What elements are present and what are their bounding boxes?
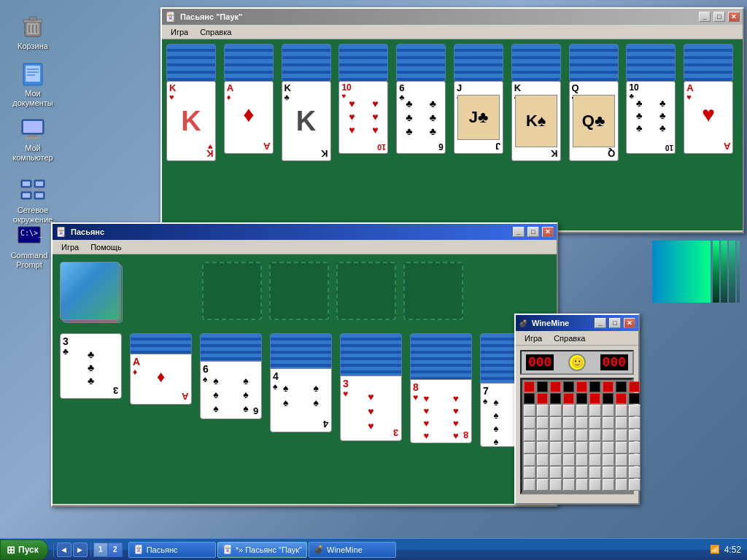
solitaire-menu-game[interactable]: Игра [55,241,85,253]
spider-col-9: 10♣ ♣♣ ♣♣ ♣♣ 10 [626,44,681,226]
taskbar-divider-2 [90,542,91,557]
mine-grid [520,378,634,494]
svg-rect-14 [28,135,38,137]
svg-rect-17 [23,182,30,186]
mine-score-row: 000 🙂 000 [520,350,634,375]
spider-col-8: Q♣ Q Q♣ [569,44,624,226]
sol-card-3-heart[interactable]: 3 ♥ ♥ ♥ ♥ 3 [340,376,402,441]
spider-titlebar[interactable]: 🃏 Пасьянс "Паук" _ □ ✕ [162,9,743,25]
spider-game-area: K♥ K ♥ K A♦ A ♦ K♣ K [162,39,743,230]
sol-card-3c[interactable]: 3 ♣ ♣ ♣ ♣ 3 [60,333,122,399]
taskbar-time: 4:52 [724,545,741,555]
spider-title: Пасьянс "Паук" [180,12,696,21]
winemine-area: 000 🙂 000 [516,346,638,499]
my-computer-icon[interactable]: Мой компьютер [7,113,58,166]
mine-smiley-btn[interactable]: 🙂 [568,354,586,371]
winemine-close-btn[interactable]: ✕ [624,318,635,328]
sol-placeholder-3[interactable] [336,262,396,320]
solitaire-menubar: Игра Помощь [53,240,557,254]
recycle-bin-icon[interactable]: Корзина [7,11,58,54]
my-computer-label: Мой компьютер [10,144,55,163]
sol-card-8-heart[interactable]: 8 ♥ ♥♥ ♥♥ ♥♥ ♥♥ 8 [410,379,472,443]
solitaire-maximize-btn[interactable]: □ [527,227,539,237]
winemine-titlebar[interactable]: 💣 WineMine _ □ ✕ [516,315,638,331]
svg-rect-32 [721,241,727,303]
taskbar-spider-btn[interactable]: 🃏 *» Пасьянс "Паук" [217,542,307,558]
spider-col-1: K♥ K ♥ K [166,44,221,226]
sol-col-2: A ♦ ♦ A [130,333,194,405]
spider-col-10: A♥ A ♥ [684,44,738,226]
spider-col-5: 6♣ ♣♣ ♣♣ ♣♣ 6 [396,44,451,226]
solitaire-menu-help[interactable]: Помощь [85,241,128,253]
winemine-window: 💣 WineMine _ □ ✕ Игра Справка 000 🙂 000 [514,314,640,505]
sol-col-1: 3 ♣ ♣ ♣ ♣ 3 [60,333,124,399]
solitaire-minimize-btn[interactable]: _ [513,227,525,237]
sol-col-3: 6 ♠ ♠♠ ♠♠ ♠♠ 6 [200,333,264,419]
winemine-menu-help[interactable]: Справка [548,332,591,344]
command-prompt-label: Command Prompt [7,251,52,270]
spider-menu-help[interactable]: Справка [194,26,237,38]
my-documents-label: Мои документы [10,89,55,108]
svg-rect-31 [713,241,719,303]
sol-card-a-diamond[interactable]: A ♦ ♦ A [130,354,192,405]
mine-score-right: 000 [600,354,628,370]
svg-rect-33 [729,241,735,303]
sol-card-4-spade[interactable]: 4 ♠ ♠♠ ♠♠ 4 [270,368,332,432]
taskbar-solitaire-btn[interactable]: 🃏 Пасьянс [128,542,216,558]
spider-col-7: K♠ K K♠ [511,44,566,226]
sol-top-row [60,262,549,326]
spider-minimize-btn[interactable]: _ [699,12,711,22]
spider-maximize-btn[interactable]: □ [713,12,725,22]
solitaire-window: 🃏 Пасьянс _ □ ✕ Игра Помощь [51,222,558,507]
sol-col-4: 4 ♠ ♠♠ ♠♠ 4 [270,333,334,432]
spider-col-4: 10♥ ♥♥ ♥♥ ♥♥ 10 [338,44,393,226]
taskbar-winemine-btn[interactable]: 💣 WineMine [309,542,396,558]
svg-rect-15 [25,137,41,139]
solitaire-close-btn[interactable]: ✕ [542,227,554,237]
svg-rect-21 [23,193,30,198]
solitaire-game-area: 3 ♣ ♣ ♣ ♣ 3 A ♦ ♦ [53,254,557,504]
solitaire-titlebar[interactable]: 🃏 Пасьянс _ □ ✕ [53,224,557,240]
sol-placeholder-4[interactable] [403,262,463,320]
taskbar-back-btn[interactable]: ◀ [57,542,71,557]
sol-placeholder-2[interactable] [269,262,329,320]
winemine-minimize-btn[interactable]: _ [595,318,606,328]
spider-menu-game[interactable]: Игра [165,26,194,38]
svg-rect-23 [36,193,43,198]
command-prompt-icon[interactable]: C:\>_ Command Prompt [4,220,55,273]
winemine-menubar: Игра Справка [516,331,638,346]
sol-col-5: 3 ♥ ♥ ♥ ♥ 3 [340,333,404,441]
svg-rect-13 [23,121,42,133]
taskbar-page-1-btn[interactable]: 1 [93,542,108,557]
spider-col-6: J♣ J J♣ [454,44,508,226]
sol-placeholder-1[interactable] [202,262,262,320]
taskbar-fwd-btn[interactable]: ▶ [73,542,88,557]
start-button[interactable]: ⊞ Пуск [0,540,48,560]
svg-rect-3 [29,17,36,20]
winemine-title: WineMine [532,319,592,327]
spider-solitaire-window: 🃏 Пасьянс "Паук" _ □ ✕ Игра Справка K♥ K… [160,7,744,233]
svg-rect-8 [26,66,40,82]
taskbar-page-2-btn[interactable]: 2 [108,542,123,557]
winemine-menu-game[interactable]: Игра [519,332,548,344]
svg-rect-19 [36,182,43,186]
spider-close-btn[interactable]: ✕ [728,12,740,22]
solitaire-title: Пасьянс [71,228,510,236]
recycle-bin-label: Корзина [18,42,48,51]
taskbar-icons: 📶 [710,545,720,554]
spider-menubar: Игра Справка [162,25,743,39]
sol-col-6: 8 ♥ ♥♥ ♥♥ ♥♥ ♥♥ 8 [410,333,474,443]
svg-rect-30 [652,241,711,303]
gradient-swatch [652,241,740,303]
my-documents-icon[interactable]: Мои документы [7,58,58,111]
winemine-maximize-btn[interactable]: □ [609,318,621,328]
taskbar: ⊞ Пуск ◀ ▶ 1 2 🃏 Пасьянс 🃏 *» Пасьянс "П… [0,538,747,560]
taskbar-apps: 🃏 Пасьянс 🃏 *» Пасьянс "Паук" 💣 WineMine [125,542,704,558]
spider-col-3: K♣ K K [282,44,336,226]
sol-deck[interactable] [60,262,122,326]
spider-col-2: A♦ A ♦ [224,44,279,226]
taskbar-right: 📶 4:52 [704,545,747,555]
mine-score-left: 000 [526,354,554,370]
svg-rect-34 [737,241,740,303]
sol-card-6-spade[interactable]: 6 ♠ ♠♠ ♠♠ ♠♠ 6 [200,361,262,419]
